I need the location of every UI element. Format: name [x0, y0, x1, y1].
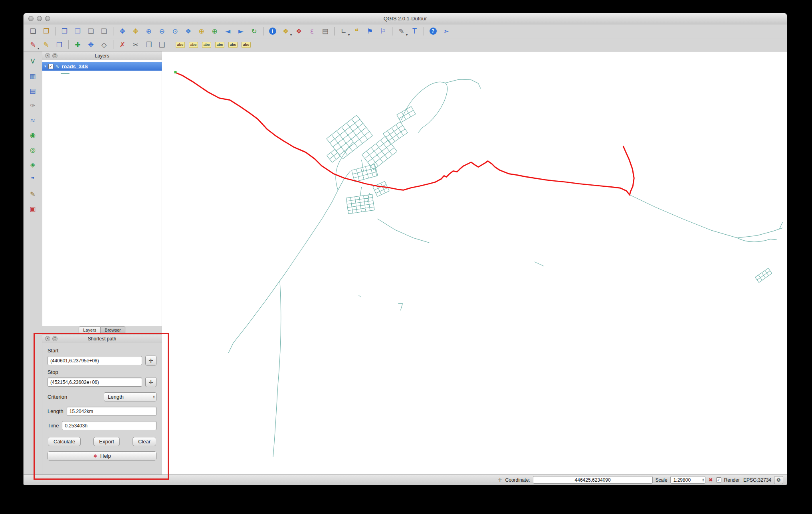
layer-checkbox[interactable]: ✓: [48, 64, 53, 69]
save-project-button[interactable]: ❒: [58, 26, 71, 37]
move-feature-button[interactable]: ✥: [85, 39, 97, 50]
roads-layer-lines: [228, 79, 782, 457]
whats-this-button[interactable]: ➣: [440, 26, 452, 37]
deselect-features-button[interactable]: ❖: [293, 26, 305, 37]
route-main: [175, 73, 630, 195]
zoom-to-layer-button[interactable]: ⊕: [208, 26, 221, 37]
add-vector-layer-button[interactable]: V: [26, 55, 39, 67]
add-spatialite-layer-button[interactable]: ✑: [26, 100, 39, 112]
show-bookmarks-icon: ⚐: [380, 28, 386, 35]
shortest-path-panel-header: ✕ ❐ Shortest path: [42, 334, 162, 343]
new-project-button[interactable]: ❏: [27, 26, 39, 37]
window-minimize-button[interactable]: [37, 16, 42, 21]
coordinate-input[interactable]: [533, 476, 653, 484]
new-print-composer-button[interactable]: ❏: [85, 26, 97, 37]
save-project-as-button[interactable]: ❒: [71, 26, 84, 37]
zoom-to-selection-button[interactable]: ⊕: [195, 26, 208, 37]
zoom-full-extent-button[interactable]: ❖: [182, 26, 194, 37]
start-capture-point-button[interactable]: ✛: [145, 356, 156, 366]
help-button[interactable]: ❖ Help: [48, 451, 156, 461]
add-delimited-text-layer-button[interactable]: ❞: [26, 174, 39, 186]
stop-input[interactable]: [48, 378, 142, 387]
copy-features-button[interactable]: ❐: [143, 39, 155, 50]
add-wfs-layer-button[interactable]: ◈: [26, 159, 39, 171]
add-wfs-layer-icon: ◈: [30, 162, 35, 168]
stop-capture-point-button[interactable]: ✛: [145, 377, 156, 387]
toggle-editing-button[interactable]: ✎: [40, 39, 52, 50]
identify-features-button[interactable]: i: [266, 26, 279, 37]
mouse-position-icon[interactable]: ✛: [497, 477, 503, 483]
refresh-map-button[interactable]: ↻: [248, 26, 260, 37]
criterion-select[interactable]: Length ▴▾: [104, 392, 156, 401]
label-move-button[interactable]: abc: [187, 39, 200, 50]
open-attribute-table-button[interactable]: ▤: [319, 26, 331, 37]
show-bookmarks-button[interactable]: ⚐: [377, 26, 389, 37]
annotation-button[interactable]: ✎▾: [395, 26, 408, 37]
scale-combo[interactable]: 1:29800 ▴▾: [670, 476, 705, 484]
length-result-field[interactable]: [67, 407, 156, 416]
window-zoom-button[interactable]: [45, 16, 50, 21]
export-button[interactable]: Export: [93, 437, 120, 446]
tab-layers[interactable]: Layers: [79, 326, 101, 334]
label-rotate-button[interactable]: abc: [200, 39, 213, 50]
label-show-hide-button[interactable]: abc: [227, 39, 239, 50]
select-features-button[interactable]: ❖▾: [279, 26, 292, 37]
label-properties-button[interactable]: abc: [240, 39, 252, 50]
zoom-in-button[interactable]: ⊕: [143, 26, 155, 37]
pan-map-button[interactable]: ✥: [116, 26, 129, 37]
add-mssql-layer-button[interactable]: ≈: [26, 115, 39, 127]
tab-browser[interactable]: Browser: [101, 326, 125, 334]
delete-selected-button[interactable]: ✗: [116, 39, 129, 50]
current-edits-button[interactable]: ✎▾: [27, 39, 39, 50]
panel-detach-button[interactable]: ❐: [52, 336, 57, 341]
calculate-button[interactable]: Calculate: [48, 437, 81, 446]
add-wcs-layer-button[interactable]: ◎: [26, 144, 39, 156]
time-result-field[interactable]: [62, 421, 156, 430]
toolbar-main: ❏❐❒❒❏❑✥✥⊕⊖⊙❖⊕⊕◄►↻i❖▾❖ε▤∟▾❝⚑⚐✎▾T?➣: [24, 24, 787, 38]
pan-to-selection-button[interactable]: ✥: [129, 26, 142, 37]
crs-status-button[interactable]: ❂: [774, 476, 783, 484]
open-project-button[interactable]: ❐: [40, 26, 52, 37]
paste-features-button[interactable]: ❑: [156, 39, 168, 50]
layer-item-roads-34s[interactable]: ▾ ✓ ∿ roads_34S: [42, 62, 162, 71]
zoom-actual-size-button[interactable]: ⊙: [169, 26, 181, 37]
label-pin-button[interactable]: abc: [214, 39, 226, 50]
toolbar-separator: [171, 40, 171, 49]
panel-detach-button[interactable]: ❐: [52, 53, 57, 58]
layer-expand-arrow[interactable]: ▾: [44, 64, 46, 68]
zoom-out-button[interactable]: ⊖: [156, 26, 168, 37]
map-tips-button[interactable]: ❝: [351, 26, 363, 37]
road-graph-plugin-icon: ❖: [93, 453, 97, 459]
add-feature-button[interactable]: ✚: [71, 39, 84, 50]
city-grid: [327, 115, 372, 159]
add-raster-layer-button[interactable]: ▦: [26, 70, 39, 82]
render-checkbox[interactable]: ✓: [716, 477, 721, 482]
composer-manager-button[interactable]: ❑: [98, 26, 110, 37]
panel-close-button[interactable]: ✕: [45, 336, 50, 341]
stop-render-icon[interactable]: ✖: [708, 477, 713, 483]
node-tool-button[interactable]: ◇: [98, 39, 110, 50]
cut-features-button[interactable]: ✂: [129, 39, 142, 50]
remove-layer-button[interactable]: ▣: [26, 203, 39, 215]
save-layer-edits-button[interactable]: ❒: [53, 39, 65, 50]
help-button-label: Help: [100, 453, 111, 459]
panel-close-button[interactable]: ✕: [45, 53, 50, 58]
route-start-marker: [174, 71, 176, 73]
new-shapefile-layer-button[interactable]: ✎: [26, 188, 39, 200]
zoom-last-button[interactable]: ◄: [222, 26, 234, 37]
clear-button[interactable]: Clear: [133, 437, 156, 446]
select-by-expression-button[interactable]: ε: [306, 26, 318, 37]
help-contents-button[interactable]: ?: [427, 26, 439, 37]
identify-features-icon: i: [269, 28, 276, 35]
labeling-options-button[interactable]: abc: [174, 39, 186, 50]
new-bookmark-button[interactable]: ⚑: [364, 26, 376, 37]
add-wms-layer-button[interactable]: ◉: [26, 129, 39, 141]
text-annotation-button[interactable]: T: [408, 26, 421, 37]
start-input[interactable]: [48, 356, 142, 365]
window-close-button[interactable]: [28, 16, 34, 21]
map-canvas[interactable]: [162, 51, 787, 474]
add-postgis-layer-button[interactable]: ▤: [26, 85, 39, 97]
window-title: QGIS 2.0.1-Dufour: [384, 16, 427, 22]
measure-button[interactable]: ∟▾: [337, 26, 350, 37]
zoom-next-button[interactable]: ►: [235, 26, 247, 37]
